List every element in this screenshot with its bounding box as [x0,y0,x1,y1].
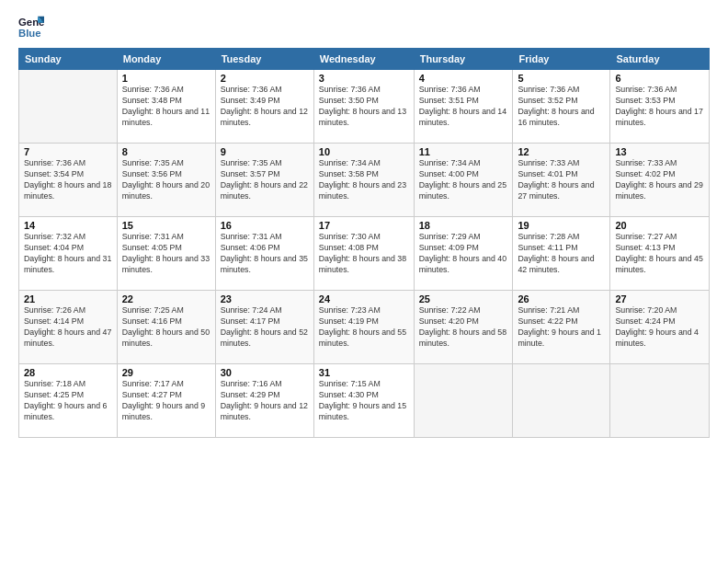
calendar-week-row: 21Sunrise: 7:26 AMSunset: 4:14 PMDayligh… [19,291,710,364]
calendar-cell: 24Sunrise: 7:23 AMSunset: 4:19 PMDayligh… [313,291,414,364]
calendar-cell: 9Sunrise: 7:35 AMSunset: 3:57 PMDaylight… [215,144,313,217]
calendar-week-row: 7Sunrise: 7:36 AMSunset: 3:54 PMDaylight… [19,144,710,217]
logo: General Blue [18,15,44,40]
day-info: Sunrise: 7:26 AMSunset: 4:14 PMDaylight:… [24,305,112,350]
calendar-cell: 8Sunrise: 7:35 AMSunset: 3:56 PMDaylight… [117,144,215,217]
day-info: Sunrise: 7:21 AMSunset: 4:22 PMDaylight:… [518,305,605,350]
weekday-header-row: SundayMondayTuesdayWednesdayThursdayFrid… [19,49,710,70]
day-number: 2 [221,73,309,84]
calendar-cell: 3Sunrise: 7:36 AMSunset: 3:50 PMDaylight… [313,70,414,144]
day-info: Sunrise: 7:36 AMSunset: 3:53 PMDaylight:… [615,85,704,129]
day-info: Sunrise: 7:35 AMSunset: 3:57 PMDaylight:… [221,158,309,202]
calendar-cell: 28Sunrise: 7:18 AMSunset: 4:25 PMDayligh… [19,364,118,438]
calendar-cell [19,70,118,144]
weekday-header-cell: Tuesday [215,49,313,70]
header: General Blue [18,15,710,40]
weekday-header-cell: Wednesday [313,49,414,70]
calendar-cell: 5Sunrise: 7:36 AMSunset: 3:52 PMDaylight… [513,70,610,144]
day-number: 23 [221,293,309,304]
calendar-cell: 13Sunrise: 7:33 AMSunset: 4:02 PMDayligh… [610,144,710,217]
day-info: Sunrise: 7:25 AMSunset: 4:16 PMDaylight:… [122,305,210,350]
day-number: 29 [122,367,210,378]
day-number: 5 [518,73,605,84]
day-number: 17 [319,220,409,231]
day-number: 7 [24,146,112,157]
calendar-cell [414,364,513,438]
day-number: 15 [122,220,210,231]
day-info: Sunrise: 7:35 AMSunset: 3:56 PMDaylight:… [122,158,210,202]
day-number: 8 [122,146,210,157]
day-info: Sunrise: 7:36 AMSunset: 3:52 PMDaylight:… [518,85,605,129]
calendar-cell: 11Sunrise: 7:34 AMSunset: 4:00 PMDayligh… [414,144,513,217]
day-info: Sunrise: 7:34 AMSunset: 4:00 PMDaylight:… [419,158,508,202]
day-info: Sunrise: 7:29 AMSunset: 4:09 PMDaylight:… [419,232,508,276]
day-number: 4 [419,73,508,84]
day-info: Sunrise: 7:33 AMSunset: 4:01 PMDaylight:… [518,158,605,202]
calendar-cell: 29Sunrise: 7:17 AMSunset: 4:27 PMDayligh… [117,364,215,438]
day-number: 30 [221,367,309,378]
day-number: 16 [221,220,309,231]
calendar-cell: 7Sunrise: 7:36 AMSunset: 3:54 PMDaylight… [19,144,118,217]
weekday-header-cell: Saturday [610,49,710,70]
logo-icon: General Blue [18,15,44,40]
day-info: Sunrise: 7:28 AMSunset: 4:11 PMDaylight:… [518,232,605,276]
day-info: Sunrise: 7:36 AMSunset: 3:50 PMDaylight:… [319,85,409,129]
day-info: Sunrise: 7:32 AMSunset: 4:04 PMDaylight:… [24,232,112,276]
calendar-cell: 19Sunrise: 7:28 AMSunset: 4:11 PMDayligh… [513,217,610,291]
calendar-cell: 6Sunrise: 7:36 AMSunset: 3:53 PMDaylight… [610,70,710,144]
day-number: 10 [319,146,409,157]
day-number: 21 [24,293,112,304]
calendar-cell: 26Sunrise: 7:21 AMSunset: 4:22 PMDayligh… [513,291,610,364]
calendar-cell [610,364,710,438]
day-info: Sunrise: 7:34 AMSunset: 3:58 PMDaylight:… [319,158,409,202]
day-info: Sunrise: 7:23 AMSunset: 4:19 PMDaylight:… [319,305,409,350]
day-number: 3 [319,73,409,84]
svg-text:Blue: Blue [18,28,41,39]
calendar-cell: 4Sunrise: 7:36 AMSunset: 3:51 PMDaylight… [414,70,513,144]
calendar-cell: 30Sunrise: 7:16 AMSunset: 4:29 PMDayligh… [215,364,313,438]
calendar-cell: 14Sunrise: 7:32 AMSunset: 4:04 PMDayligh… [19,217,118,291]
day-info: Sunrise: 7:33 AMSunset: 4:02 PMDaylight:… [615,158,704,202]
day-number: 31 [319,367,409,378]
calendar-cell: 23Sunrise: 7:24 AMSunset: 4:17 PMDayligh… [215,291,313,364]
calendar-cell [513,364,610,438]
weekday-header-cell: Thursday [414,49,513,70]
day-info: Sunrise: 7:36 AMSunset: 3:54 PMDaylight:… [24,158,112,202]
day-info: Sunrise: 7:18 AMSunset: 4:25 PMDaylight:… [24,379,112,423]
day-number: 24 [319,293,409,304]
calendar-cell: 20Sunrise: 7:27 AMSunset: 4:13 PMDayligh… [610,217,710,291]
day-number: 9 [221,146,309,157]
calendar-cell: 10Sunrise: 7:34 AMSunset: 3:58 PMDayligh… [313,144,414,217]
day-info: Sunrise: 7:22 AMSunset: 4:20 PMDaylight:… [419,305,508,350]
day-info: Sunrise: 7:20 AMSunset: 4:24 PMDaylight:… [615,305,704,350]
day-number: 20 [615,220,704,231]
calendar-cell: 2Sunrise: 7:36 AMSunset: 3:49 PMDaylight… [215,70,313,144]
weekday-header-cell: Friday [513,49,610,70]
calendar-week-row: 1Sunrise: 7:36 AMSunset: 3:48 PMDaylight… [19,70,710,144]
day-number: 14 [24,220,112,231]
day-info: Sunrise: 7:36 AMSunset: 3:51 PMDaylight:… [419,85,508,129]
day-info: Sunrise: 7:36 AMSunset: 3:48 PMDaylight:… [122,85,210,129]
day-info: Sunrise: 7:24 AMSunset: 4:17 PMDaylight:… [221,305,309,350]
day-number: 1 [122,73,210,84]
day-number: 25 [419,293,508,304]
calendar-week-row: 28Sunrise: 7:18 AMSunset: 4:25 PMDayligh… [19,364,710,438]
calendar-cell: 22Sunrise: 7:25 AMSunset: 4:16 PMDayligh… [117,291,215,364]
day-info: Sunrise: 7:30 AMSunset: 4:08 PMDaylight:… [319,232,409,276]
day-info: Sunrise: 7:15 AMSunset: 4:30 PMDaylight:… [319,379,409,423]
calendar-table: SundayMondayTuesdayWednesdayThursdayFrid… [18,48,710,438]
day-number: 6 [615,73,704,84]
calendar-cell: 15Sunrise: 7:31 AMSunset: 4:05 PMDayligh… [117,217,215,291]
calendar-cell: 25Sunrise: 7:22 AMSunset: 4:20 PMDayligh… [414,291,513,364]
calendar-cell: 12Sunrise: 7:33 AMSunset: 4:01 PMDayligh… [513,144,610,217]
day-info: Sunrise: 7:27 AMSunset: 4:13 PMDaylight:… [615,232,704,276]
day-info: Sunrise: 7:31 AMSunset: 4:06 PMDaylight:… [221,232,309,276]
day-number: 13 [615,146,704,157]
calendar-cell: 18Sunrise: 7:29 AMSunset: 4:09 PMDayligh… [414,217,513,291]
weekday-header-cell: Monday [117,49,215,70]
calendar-page: General Blue SundayMondayTuesdayWednesda… [0,0,728,563]
day-number: 12 [518,146,605,157]
day-number: 19 [518,220,605,231]
weekday-header-cell: Sunday [19,49,118,70]
day-info: Sunrise: 7:16 AMSunset: 4:29 PMDaylight:… [221,379,309,423]
